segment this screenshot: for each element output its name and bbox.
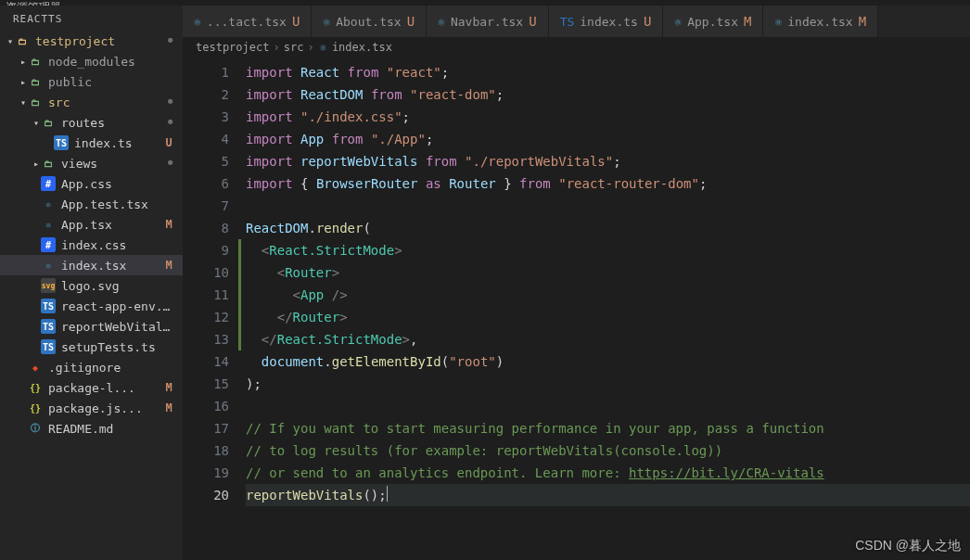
tree-item-src[interactable]: ▾🗀src• <box>0 92 183 112</box>
editor-tab[interactable]: ⚛...tact.tsxU <box>183 6 312 37</box>
tree-item-readme-md[interactable]: ⓘREADME.md <box>0 418 183 439</box>
tree-item-node_modules[interactable]: ▸🗀node_modules <box>0 51 183 71</box>
folder-icon: 🗀 <box>15 33 30 48</box>
tree-item-label: index.ts <box>74 136 160 150</box>
code-line[interactable]: document.getElementById("root") <box>246 350 970 373</box>
ts-icon: TS <box>41 319 56 334</box>
chevron-icon[interactable]: ▾ <box>32 118 41 128</box>
scm-badge: M <box>160 381 177 394</box>
modified-dot-icon: • <box>165 38 177 44</box>
code-line[interactable]: reportWebVitals(); <box>246 484 970 506</box>
react-icon: ⚛ <box>41 217 56 232</box>
tree-item-label: node_modules <box>48 55 177 69</box>
chevron-icon[interactable]: ▸ <box>32 159 41 169</box>
code-line[interactable]: // to log results (for example: reportWe… <box>246 439 970 462</box>
tree-item-views[interactable]: ▸🗀views• <box>0 153 183 173</box>
code-line[interactable] <box>246 195 970 217</box>
ts-icon: TS <box>560 15 575 29</box>
breadcrumb-item[interactable]: src <box>284 41 304 54</box>
info-icon: ⓘ <box>28 421 43 436</box>
watermark: CSDN @暮人之地 <box>855 538 961 554</box>
tree-item-app-tsx[interactable]: ⚛App.tsxM <box>0 214 183 235</box>
tree-item-index-tsx[interactable]: ⚛index.tsxM <box>0 255 183 275</box>
tree-item-routes[interactable]: ▾🗀routes• <box>0 112 183 133</box>
code-line[interactable]: import "./index.css"; <box>246 106 970 128</box>
chevron-icon[interactable]: ▸ <box>19 57 28 67</box>
tree-item-logo-svg[interactable]: svglogo.svg <box>0 275 183 296</box>
file-tree[interactable]: ▾🗀testproject•▸🗀node_modules▸🗀public▾🗀sr… <box>0 31 183 560</box>
tree-item-label: testproject <box>35 34 165 48</box>
tree-item-index-ts[interactable]: TSindex.tsU <box>0 133 183 153</box>
ts-icon: TS <box>41 299 56 313</box>
tab-status: M <box>744 14 751 29</box>
code-line[interactable]: import React from "react"; <box>246 61 970 83</box>
breadcrumb[interactable]: testproject›src›⚛index.tsx <box>183 37 970 57</box>
react-icon: ⚛ <box>41 197 56 211</box>
code-line[interactable]: ReactDOM.render( <box>246 217 970 239</box>
tree-item-label: package-l... <box>48 381 160 395</box>
line-number: 11 <box>183 284 229 306</box>
code-line[interactable]: <App /> <box>246 284 970 306</box>
react-icon: ⚛ <box>438 15 445 29</box>
code-line[interactable]: <React.StrictMode> <box>246 239 970 261</box>
css-icon: # <box>41 237 56 252</box>
editor-tabs[interactable]: ⚛...tact.tsxU⚛About.tsxU⚛Navbar.tsxUTSin… <box>183 6 970 37</box>
tree-item-app-css[interactable]: #App.css <box>0 173 183 194</box>
breadcrumb-item[interactable]: index.tsx <box>332 41 392 54</box>
breadcrumb-item[interactable]: testproject <box>196 41 269 54</box>
line-number: 5 <box>183 150 229 172</box>
json-icon: {} <box>28 401 43 415</box>
code-line[interactable]: import ReactDOM from "react-dom"; <box>246 83 970 106</box>
chevron-icon[interactable]: ▸ <box>19 77 28 87</box>
editor-tab[interactable]: ⚛About.tsxU <box>312 6 427 37</box>
tab-status: U <box>407 14 415 29</box>
scm-badge: M <box>160 218 177 231</box>
code-line[interactable]: import App from "./App"; <box>246 128 970 150</box>
code-content[interactable]: import React from "react";import ReactDO… <box>246 57 970 560</box>
tree-item-label: src <box>48 95 165 109</box>
folder-icon: 🗀 <box>28 95 43 109</box>
editor-tab[interactable]: ⚛index.tsxM <box>763 6 878 37</box>
code-line[interactable]: ); <box>246 373 970 395</box>
text-cursor <box>387 486 388 502</box>
svg-icon: svg <box>41 278 56 293</box>
tree-item-package-l-[interactable]: {}package-l...M <box>0 377 183 398</box>
ts-icon: TS <box>54 135 69 150</box>
modified-dot-icon: • <box>165 160 177 166</box>
line-number: 7 <box>183 195 229 217</box>
code-editor[interactable]: 1234567891011121314151617181920 import R… <box>183 57 970 560</box>
tree-item-app-test-tsx[interactable]: ⚛App.test.tsx <box>0 194 183 214</box>
code-line[interactable]: </Router> <box>246 306 970 328</box>
code-line[interactable]: // or send to an analytics endpoint. Lea… <box>246 462 970 484</box>
code-line[interactable]: <Router> <box>246 261 970 284</box>
tree-item-label: reportWebVital... <box>61 320 177 334</box>
line-number: 6 <box>183 172 229 195</box>
explorer-sidebar: REACTTS ▾🗀testproject•▸🗀node_modules▸🗀pu… <box>0 6 183 560</box>
folder-icon: 🗀 <box>28 74 43 89</box>
modified-dot-icon: • <box>165 120 177 125</box>
chevron-icon[interactable]: ▾ <box>6 36 15 46</box>
tree-item-testproject[interactable]: ▾🗀testproject• <box>0 31 183 51</box>
editor-tab[interactable]: ⚛App.tsxM <box>663 6 763 37</box>
line-number: 16 <box>183 395 229 417</box>
code-line[interactable] <box>246 395 970 417</box>
tree-item-public[interactable]: ▸🗀public <box>0 71 183 92</box>
editor-tab[interactable]: ⚛Navbar.tsxU <box>427 6 549 37</box>
line-number: 12 <box>183 306 229 328</box>
chevron-icon[interactable]: ▾ <box>19 97 28 108</box>
tab-status: U <box>292 14 300 29</box>
code-line[interactable]: import { BrowserRouter as Router } from … <box>246 172 970 195</box>
react-icon: ⚛ <box>323 15 330 29</box>
tree-item-react-app-env-[interactable]: TSreact-app-env.... <box>0 296 183 316</box>
code-line[interactable]: </React.StrictMode>, <box>246 328 970 350</box>
tree-item-index-css[interactable]: #index.css <box>0 235 183 255</box>
tree-item-reportwebvital-[interactable]: TSreportWebVital... <box>0 316 183 337</box>
tree-item--gitignore[interactable]: ◆.gitignore <box>0 357 183 377</box>
tree-item-package-js-[interactable]: {}package.js...M <box>0 398 183 418</box>
code-line[interactable]: // If you want to start measuring perfor… <box>246 417 970 439</box>
tree-item-label: index.tsx <box>61 259 160 273</box>
editor-tab[interactable]: TSindex.tsU <box>549 6 664 37</box>
code-line[interactable]: import reportWebVitals from "./reportWeb… <box>246 150 970 172</box>
tree-item-setuptests-ts[interactable]: TSsetupTests.ts <box>0 337 183 357</box>
tree-item-label: README.md <box>48 422 177 436</box>
